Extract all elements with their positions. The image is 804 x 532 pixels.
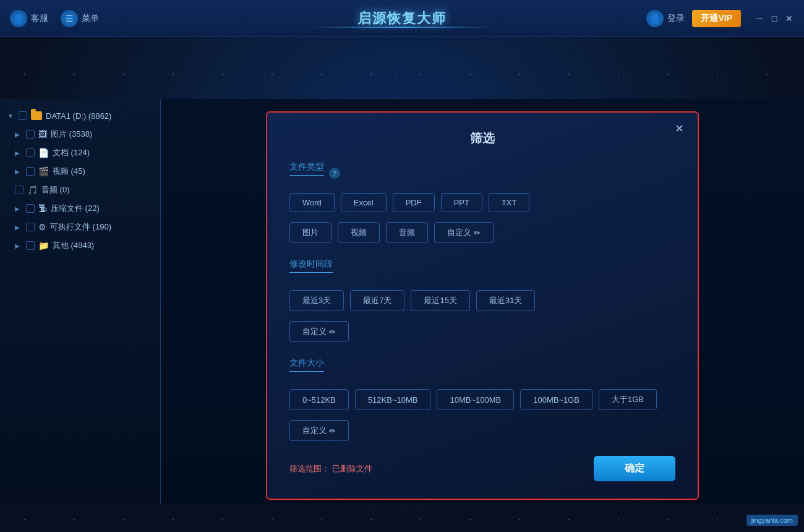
time-3days-btn[interactable]: 最近3天 <box>289 290 344 311</box>
size-section-title: 文件大小 <box>289 358 324 372</box>
nav-menu[interactable]: ☰ 菜单 <box>61 10 99 27</box>
tree-expand-icon: ▶ <box>15 168 22 175</box>
tree-expand-icon: ▶ <box>15 205 22 212</box>
file-type-buttons: Word Excel PDF PPT TXT <box>289 193 675 212</box>
tree-item-videos[interactable]: ▶ 🎬 视频 (45) <box>0 162 160 181</box>
title-bar-right: 👤 登录 开通VIP ─ □ ✕ <box>646 10 794 27</box>
tree-expand-icon: ▶ <box>15 242 22 249</box>
file-type-images-btn[interactable]: 图片 <box>289 222 331 243</box>
size-1gb-btn[interactable]: 100MB~1GB <box>520 389 592 410</box>
app-title: 启源恢复大师 <box>357 9 447 28</box>
tree-audio-checkbox[interactable] <box>15 186 24 194</box>
time-custom-btn[interactable]: 自定义 ✏ <box>289 321 349 342</box>
size-custom-label: 自定义 <box>302 425 327 436</box>
content-area: 筛选 ✕ 文件类型 ? Word Excel PDF PPT <box>161 99 804 504</box>
size-512kb-btn[interactable]: 0~512KB <box>289 389 349 410</box>
file-type-pdf-btn[interactable]: PDF <box>393 193 435 212</box>
time-custom-label: 自定义 <box>302 326 327 337</box>
tree-archive-label: 压缩文件 (22) <box>51 203 100 214</box>
size-100mb-btn[interactable]: 10MB~100MB <box>437 389 514 410</box>
tree-other-label: 其他 (4943) <box>53 240 94 251</box>
time-31days-btn[interactable]: 最近31天 <box>476 290 535 311</box>
time-buttons-row1: 最近3天 最近7天 最近15天 最近31天 <box>289 290 675 311</box>
images-icon: 🖼 <box>38 129 47 139</box>
file-type-audio-btn[interactable]: 音频 <box>386 222 428 243</box>
close-button[interactable]: ✕ <box>784 14 794 24</box>
size-10mb-btn[interactable]: 512KB~10MB <box>355 389 431 410</box>
login-button[interactable]: 👤 登录 <box>646 10 685 27</box>
tree-images-checkbox[interactable] <box>26 130 35 139</box>
filter-modal: 筛选 ✕ 文件类型 ? Word Excel PDF PPT <box>266 111 699 500</box>
exe-icon: ⚙ <box>38 222 46 232</box>
title-bar-left: 👤 客服 ☰ 菜单 <box>10 10 99 27</box>
filter-scope-value: 已删除文件 <box>332 464 372 473</box>
menu-icon: ☰ <box>61 10 78 27</box>
vip-button[interactable]: 开通VIP <box>692 10 741 27</box>
folder-icon <box>31 110 42 121</box>
tree-item-exe[interactable]: ▶ ⚙ 可执行文件 (190) <box>0 218 160 236</box>
tree-root-checkbox[interactable] <box>19 111 27 120</box>
size-section: 文件大小 0~512KB 512KB~10MB 10MB~100MB 100MB… <box>289 357 675 441</box>
file-type-custom-btn[interactable]: 自定义 ✏ <box>434 222 494 243</box>
filter-scope-prefix: 筛选范围： <box>289 464 330 473</box>
tree-item-archive[interactable]: ▶ 🗜 压缩文件 (22) <box>0 199 160 218</box>
file-type-excel-btn[interactable]: Excel <box>341 193 387 212</box>
file-type-help-icon[interactable]: ? <box>329 168 340 179</box>
tree-images-label: 图片 (3538) <box>51 129 92 140</box>
file-type-buttons-row2: 图片 视频 音频 自定义 ✏ <box>289 222 675 243</box>
tree-archive-checkbox[interactable] <box>26 204 35 213</box>
tree-root-label: DATA1 (D:) (8862) <box>46 111 111 121</box>
tree-other-checkbox[interactable] <box>26 241 35 250</box>
minimize-button[interactable]: ─ <box>755 14 764 24</box>
tree-expand-icon: ▶ <box>15 224 22 231</box>
file-type-ppt-btn[interactable]: PPT <box>441 193 482 212</box>
time-custom-edit-icon: ✏ <box>329 327 336 337</box>
size-buttons-row1: 0~512KB 512KB~10MB 10MB~100MB 100MB~1GB … <box>289 389 675 410</box>
filter-scope: 筛选范围： 已删除文件 <box>289 463 372 474</box>
size-custom-edit-icon: ✏ <box>329 426 336 435</box>
window-controls: ─ □ ✕ <box>755 14 794 24</box>
file-type-word-btn[interactable]: Word <box>289 193 335 212</box>
tree-item-docs[interactable]: ▶ 📄 文档 (124) <box>0 144 160 162</box>
videos-icon: 🎬 <box>38 166 49 176</box>
modal-close-button[interactable]: ✕ <box>670 120 688 137</box>
nav-help-label: 客服 <box>31 13 48 24</box>
file-type-video-btn[interactable]: 视频 <box>338 222 380 243</box>
tree-videos-checkbox[interactable] <box>26 167 35 176</box>
vip-label: 开通VIP <box>701 13 732 23</box>
time-15days-btn[interactable]: 最近15天 <box>411 290 469 311</box>
size-buttons-row2: 自定义 ✏ <box>289 420 675 441</box>
modal-footer: 筛选范围： 已删除文件 确定 <box>289 456 675 481</box>
tree-docs-label: 文档 (124) <box>53 147 90 158</box>
sidebar: ▼ DATA1 (D:) (8862) ▶ 🖼 图片 (3538) ▶ 📄 文档… <box>0 99 161 504</box>
main-content: ▼ DATA1 (D:) (8862) ▶ 🖼 图片 (3538) ▶ 📄 文档… <box>0 99 804 504</box>
audio-icon: 🎵 <box>27 185 38 195</box>
login-label: 登录 <box>667 13 685 24</box>
custom-edit-icon: ✏ <box>474 228 481 238</box>
maximize-button[interactable]: □ <box>769 14 779 24</box>
tree-audio-label: 音频 (0) <box>41 184 70 195</box>
time-7days-btn[interactable]: 最近7天 <box>350 290 404 311</box>
tree-exe-checkbox[interactable] <box>26 223 35 231</box>
other-icon: 📁 <box>38 241 49 251</box>
file-type-section: 文件类型 ? Word Excel PDF PPT TXT 图片 视频 <box>289 161 675 243</box>
nav-help[interactable]: 👤 客服 <box>10 10 48 27</box>
tree-root[interactable]: ▼ DATA1 (D:) (8862) <box>0 106 160 125</box>
file-type-txt-btn[interactable]: TXT <box>489 193 530 212</box>
login-icon: 👤 <box>646 10 664 27</box>
watermark: jingyanla.com <box>746 515 798 526</box>
tree-arrow-icon: ▼ <box>7 113 15 119</box>
help-icon: 👤 <box>10 10 27 27</box>
docs-icon: 📄 <box>38 148 49 158</box>
tree-item-images[interactable]: ▶ 🖼 图片 (3538) <box>0 125 160 144</box>
tree-item-other[interactable]: ▶ 📁 其他 (4943) <box>0 236 160 255</box>
confirm-button[interactable]: 确定 <box>594 456 675 481</box>
nav-menu-label: 菜单 <box>82 13 99 24</box>
time-section-title: 修改时间段 <box>289 259 333 273</box>
tree-exe-label: 可执行文件 (190) <box>50 221 111 233</box>
tree-item-audio[interactable]: 🎵 音频 (0) <box>0 181 160 199</box>
custom-label: 自定义 <box>447 227 471 238</box>
size-large-btn[interactable]: 大于1GB <box>599 389 657 410</box>
tree-docs-checkbox[interactable] <box>26 148 35 157</box>
size-custom-btn[interactable]: 自定义 ✏ <box>289 420 349 441</box>
